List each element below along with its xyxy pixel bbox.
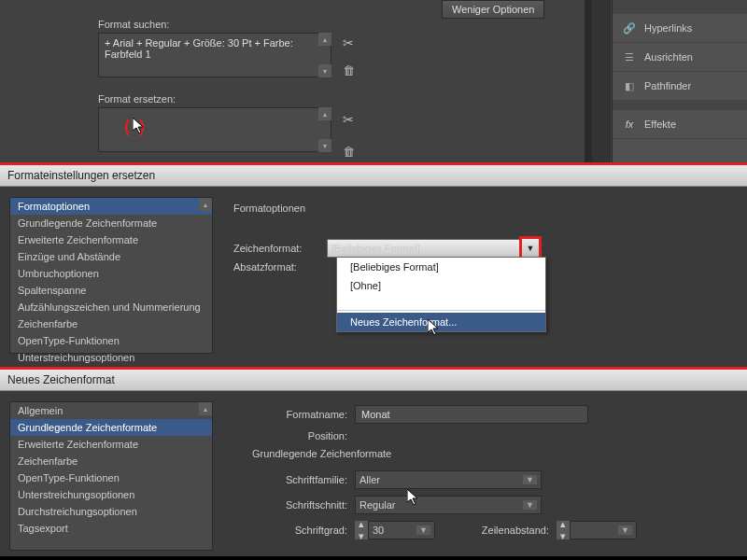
fx-icon: fx [622, 117, 637, 132]
cat-opentype[interactable]: OpenType-Funktionen [10, 469, 212, 486]
right-panel: 🔗Hyperlinks ☰Ausrichten ◧Pathfinder fxEf… [612, 0, 747, 162]
panel-ausrichten[interactable]: ☰Ausrichten [613, 43, 747, 72]
category-list[interactable]: Allgemein Grundlegende Zeichenformate Er… [9, 401, 213, 551]
cat-formatoptionen[interactable]: Formatoptionen [10, 198, 212, 215]
menu-item-neues-zeichenformat[interactable]: Neues Zeichenformat... [337, 313, 545, 331]
panel-label: Effekte [644, 119, 676, 130]
formatname-label: Formatname: [252, 409, 355, 420]
dialog-title: Neues Zeichenformat [0, 370, 747, 391]
cat-allgemein[interactable]: Allgemein [10, 402, 212, 419]
cat-spalten[interactable]: Spaltenspanne [10, 282, 212, 299]
section-heading: Formatoptionen [233, 203, 305, 214]
scroll-up-icon[interactable]: ▴ [199, 198, 212, 211]
trash-replace-icon[interactable]: 🗑 [343, 145, 355, 159]
schriftschnitt-dropdown[interactable]: Regular▼ [355, 496, 542, 514]
cat-erweiterte[interactable]: Erweiterte Zeichenformate [10, 231, 212, 248]
formatname-input[interactable] [355, 405, 588, 424]
edit-replace-format-icon[interactable]: ✂ [343, 112, 354, 127]
cat-grundlegende[interactable]: Grundlegende Zeichenformate [10, 215, 212, 231]
menu-item-beliebiges[interactable]: [Beliebiges Format] [337, 258, 545, 276]
scroll-up-icon[interactable]: ▴ [318, 33, 331, 46]
dropdown-value: Aller [359, 474, 380, 485]
chevron-down-icon: ▼ [523, 475, 537, 484]
chevron-down-icon: ▼ [618, 525, 632, 535]
cat-zeichenfarbe[interactable]: Zeichenfarbe [10, 315, 212, 332]
panel-label: Ausrichten [644, 51, 693, 63]
dropdown-value: [Beliebiges Format] [331, 243, 420, 254]
scroll-down-icon[interactable]: ▾ [318, 139, 331, 152]
cat-aufzaehlung[interactable]: Aufzählungszeichen und Nummerierung [10, 299, 212, 315]
menu-item-ohne[interactable]: [Ohne] [337, 276, 545, 295]
position-label: Position: [252, 430, 355, 441]
stepper-value: 30 [373, 525, 384, 536]
zeichenformat-menu: [Beliebiges Format] [Ohne] Neues Zeichen… [336, 257, 546, 332]
parens-marker: ( ) [124, 117, 145, 136]
zeilenabstand-label: Zeilenabstand: [463, 525, 557, 536]
cat-unterstreichung[interactable]: Unterstreichungsoptionen [10, 349, 212, 366]
cat-opentype[interactable]: OpenType-Funktionen [10, 332, 212, 349]
panel-label: Pathfinder [644, 80, 691, 91]
section-heading: Grundlegende Zeichenformate [252, 448, 719, 459]
scroll-down-icon[interactable]: ▾ [318, 64, 331, 77]
pathfinder-icon: ◧ [622, 78, 637, 93]
weniger-optionen-button[interactable]: Weniger Optionen [442, 0, 544, 19]
align-icon: ☰ [622, 49, 637, 64]
cat-umbruch[interactable]: Umbruchoptionen [10, 265, 212, 282]
dropdown-value: Regular [359, 499, 396, 511]
schriftfamilie-label: Schriftfamilie: [252, 474, 355, 485]
format-suchen-textarea[interactable]: + Arial + Regular + Größe: 30 Pt + Farbe… [98, 33, 331, 77]
chevron-down-icon: ▼ [416, 525, 430, 535]
schriftgrad-label: Schriftgrad: [252, 525, 355, 536]
zeichenformat-label: Zeichenformat: [233, 243, 327, 254]
cat-einzuege[interactable]: Einzüge und Abstände [10, 248, 212, 265]
dialog-title: Formateinstellungen ersetzen [0, 165, 747, 187]
zeichenformat-dropdown[interactable]: [Beliebiges Format] [327, 239, 523, 258]
schriftschnitt-label: Schriftschnitt: [252, 499, 355, 511]
cat-durchstreichung[interactable]: Durchstreichungsoptionen [10, 503, 212, 520]
format-ersetzen-label: Format ersetzen: [98, 93, 176, 105]
cat-unterstreichung[interactable]: Unterstreichungsoptionen [10, 486, 212, 503]
trash-search-icon[interactable]: 🗑 [343, 63, 355, 77]
scroll-up-icon[interactable]: ▴ [199, 402, 212, 415]
dropdown-arrow-icon[interactable]: ▼ [521, 238, 540, 259]
scroll-up-icon[interactable]: ▴ [318, 107, 331, 120]
edit-search-format-icon[interactable]: ✂ [343, 35, 354, 50]
cat-zeichenfarbe[interactable]: Zeichenfarbe [10, 453, 212, 469]
absatzformat-label: Absatzformat: [233, 261, 327, 273]
cat-erweiterte[interactable]: Erweiterte Zeichenformate [10, 436, 212, 453]
panel-label: Hyperlinks [644, 22, 692, 34]
schriftfamilie-dropdown[interactable]: Aller▼ [355, 470, 542, 489]
panel-pathfinder[interactable]: ◧Pathfinder [613, 72, 747, 101]
divider [585, 0, 592, 162]
zeilenabstand-stepper[interactable]: ▴▾ ▼ [557, 521, 637, 539]
panel-effekte[interactable]: fxEffekte [613, 110, 747, 139]
link-icon: 🔗 [622, 21, 637, 35]
chevron-down-icon: ▼ [523, 500, 537, 510]
format-suchen-label: Format suchen: [98, 19, 169, 30]
category-list[interactable]: Formatoptionen Grundlegende Zeichenforma… [9, 197, 213, 354]
cat-tagsexport[interactable]: Tagsexport [10, 520, 212, 537]
schriftgrad-stepper[interactable]: ▴▾ 30▼ [355, 521, 435, 539]
cat-grundlegende[interactable]: Grundlegende Zeichenformate [10, 419, 212, 436]
panel-hyperlinks[interactable]: 🔗Hyperlinks [613, 14, 747, 43]
divider [592, 0, 611, 162]
